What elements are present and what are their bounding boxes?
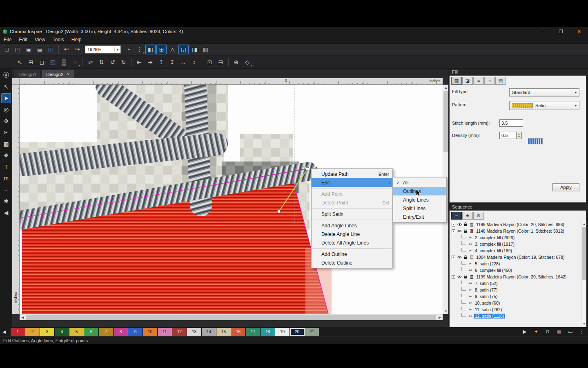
context-menu-item-delete-all-angle-lines[interactable]: Delete All Angle Lines — [312, 238, 392, 247]
hoop-button[interactable]: ◨ — [189, 45, 200, 54]
center-horizontal-button[interactable]: ↔ — [178, 57, 188, 67]
print-button[interactable]: ▤ — [35, 45, 45, 54]
rotate-left-button[interactable]: ↺ — [107, 57, 118, 67]
expander-icon[interactable]: + — [452, 256, 455, 259]
save-file-button[interactable]: ▣ — [24, 45, 34, 54]
select-mode-button[interactable]: ↖ — [15, 57, 25, 67]
context-menu-item-split-satin[interactable]: Split Satin — [312, 210, 392, 218]
palette-swatch-19[interactable]: 19 — [275, 328, 290, 336]
sequence-row[interactable]: ✂4. complex fill (169) — [450, 247, 581, 254]
chevron-down-icon[interactable]: ▾ — [572, 103, 579, 108]
expander-icon[interactable]: + — [452, 275, 455, 279]
close-button[interactable]: ✕ — [570, 27, 588, 36]
grid-view-button[interactable]: ▦ — [555, 329, 563, 334]
context-menu-item-delete-angle-line[interactable]: Delete Angle Line — [312, 230, 392, 238]
menu-tools[interactable]: Tools — [49, 36, 68, 43]
pan-view-button[interactable]: ◱ — [178, 45, 189, 54]
context-menu-item-edit[interactable]: Edit› — [312, 178, 392, 187]
align-right-button[interactable]: ⇥ — [145, 57, 155, 67]
palette-scroll-left-button[interactable]: ◀ — [1, 328, 7, 336]
monogram-tool[interactable]: m — [1, 173, 11, 183]
lasso-select-button[interactable]: ◌▾ — [70, 57, 80, 67]
sequence-favorites-tab[interactable]: ★ — [462, 212, 473, 220]
fill-tab-program-icon[interactable]: ▤ — [495, 77, 506, 85]
palette-scroll-right-button[interactable]: ▶ — [521, 329, 528, 334]
palette-swatch-21[interactable]: 21 — [305, 328, 319, 336]
submenu-item-split-lines[interactable]: Split Lines — [393, 204, 446, 213]
marquee-select-button[interactable]: ◻ — [37, 57, 47, 67]
sequence-row[interactable]: ✂11. satin (262) — [450, 306, 581, 313]
palette-swatch-2[interactable]: 2 — [25, 328, 40, 336]
sequence-row[interactable]: ✂9. satin (75) — [450, 293, 581, 300]
tab-design1[interactable]: Design1 — [15, 70, 41, 78]
spray-tool[interactable]: ✱ — [1, 196, 11, 206]
chevron-down-icon[interactable]: ▾ — [572, 90, 579, 94]
palette-swatch-17[interactable]: 17 — [246, 328, 261, 336]
horizontal-scrollbar[interactable]: ◀ ▶ — [20, 314, 443, 320]
pattern-dropdown[interactable]: Satin ▾ — [509, 101, 579, 110]
sequence-row[interactable]: ✂6. complex fill (450) — [450, 267, 581, 274]
palette-swatch-4[interactable]: 4 — [55, 328, 69, 336]
palette-swatch-8[interactable]: 8 — [114, 328, 128, 336]
scroll-left-icon[interactable]: ◀ — [20, 314, 25, 321]
palette-swatch-10[interactable]: 10 — [143, 328, 158, 336]
minimize-button[interactable]: — — [534, 27, 552, 36]
sequence-row[interactable]: ✂7. satin (52) — [450, 280, 581, 287]
menu-view[interactable]: View — [31, 36, 49, 43]
horizontal-scroll-thumb[interactable] — [26, 315, 436, 320]
lock-icon[interactable] — [463, 255, 468, 259]
undo-button[interactable]: ↶ — [61, 45, 71, 54]
palette-swatch-3[interactable]: 3 — [40, 328, 55, 336]
sequence-row[interactable]: ✂5. satin (228) — [450, 260, 581, 267]
palette-swatch-9[interactable]: 9 — [128, 328, 143, 336]
sequence-row[interactable]: ✂3. complex fill (1917) — [450, 241, 581, 247]
apply-button[interactable]: Apply — [552, 183, 579, 191]
align-bottom-button[interactable]: ↧ — [167, 57, 177, 67]
sequence-row[interactable]: ✂10. satin (60) — [450, 300, 581, 306]
center-vertical-button[interactable]: ↕ — [189, 57, 199, 67]
design-window-button[interactable]: ▥ — [200, 45, 211, 54]
sequence-list-tab[interactable]: ≡ — [451, 212, 462, 220]
sequence-row[interactable]: ✂8. satin (77) — [450, 287, 581, 293]
sequence-hidden-tab[interactable]: ⊘ — [473, 212, 484, 220]
fill-tab-motif-icon[interactable]: ○ — [484, 77, 495, 85]
sequence-scrollbar[interactable]: ▲ ▼ — [581, 221, 586, 327]
zoom-tool[interactable]: ◎ — [1, 105, 11, 114]
image-tool[interactable]: ▩ — [1, 139, 11, 149]
palette-swatch-16[interactable]: 16 — [231, 328, 246, 336]
sequence-row[interactable]: +1199 Madeira Rayon (Color: 20, Stitches… — [450, 274, 581, 280]
eye-icon[interactable] — [457, 256, 462, 259]
palette-swatch-5[interactable]: 5 — [69, 328, 84, 336]
palette-swatch-15[interactable]: 15 — [216, 328, 231, 336]
new-file-button[interactable]: □ — [2, 45, 12, 54]
rotate-right-button[interactable]: ↻ — [118, 57, 129, 67]
mirror-vertical-button[interactable]: ⇅ — [96, 57, 107, 67]
eye-icon[interactable] — [457, 229, 462, 233]
sequence-row[interactable]: ✂12. satin (1116) — [450, 313, 581, 319]
app-badge-icon[interactable]: Ⓐ — [1, 70, 11, 80]
sequence-row[interactable]: +1146 Madeira Rayon (Color: 1, Stitches:… — [450, 228, 581, 234]
vertical-scroll-thumb[interactable] — [443, 91, 448, 152]
density-input[interactable]: 0.5 — [499, 132, 517, 139]
chevron-down-icon[interactable]: ▾ — [114, 47, 120, 52]
knife-tool[interactable]: ✂ — [1, 128, 11, 137]
wedge-tool[interactable]: ◀ — [1, 208, 11, 218]
eye-icon[interactable] — [457, 223, 462, 226]
zoom-combobox[interactable]: 1928%▾ — [85, 45, 121, 54]
fill-tab-satin-icon[interactable]: ◪ — [462, 77, 473, 85]
stitch-path-tool[interactable]: ∽ — [1, 185, 11, 195]
open-file-button[interactable]: ◰ — [13, 45, 23, 54]
more-options-button[interactable]: ⋮ — [578, 329, 586, 334]
stitch-length-input[interactable]: 3.5 — [499, 119, 523, 127]
select-tool[interactable]: ↖ — [1, 82, 11, 92]
scroll-down-icon[interactable]: ▼ — [581, 321, 587, 327]
redo-button[interactable]: ↷ — [72, 45, 82, 54]
palette-swatch-13[interactable]: 13 — [187, 328, 202, 336]
add-button[interactable]: + — [532, 329, 540, 334]
duplicate-button[interactable]: ◱ — [48, 57, 58, 67]
stitch-beads-button[interactable]: ⋮▾ — [134, 45, 145, 54]
grid-toggle-button[interactable]: ⊞ — [156, 45, 167, 54]
sequence-row[interactable]: ✂2. complex fill (2926) — [450, 234, 581, 241]
palette-swatch-14[interactable]: 14 — [202, 328, 216, 336]
context-menu-item-update-path[interactable]: Update PathEnter — [312, 170, 392, 178]
